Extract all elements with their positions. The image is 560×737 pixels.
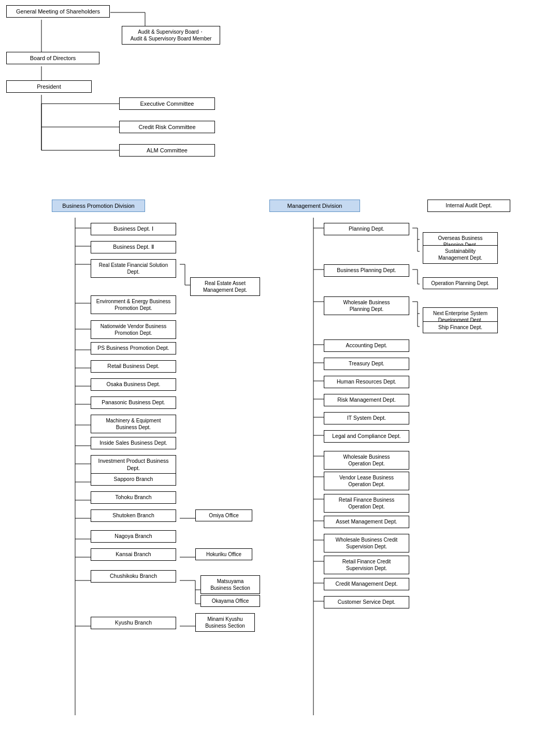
real-estate-dept: Real Estate Financial Solution Dept. — [91, 259, 176, 278]
alm-committee-box: ALM Committee — [119, 144, 215, 157]
ship-finance-dept: Ship Finance Dept. — [423, 321, 498, 333]
vendor-lease-dept: Vendor Lease BusinessOperation Dept. — [324, 472, 409, 490]
wholesale-operation-dept: Wholesale BusinessOperation Dept. — [324, 451, 409, 470]
kyushu-label: Kyushu Branch — [115, 619, 152, 626]
shutoken-label: Shutoken Branch — [112, 512, 154, 518]
inside-sales-dept: Inside Sales Business Dept. — [91, 437, 176, 449]
real-estate-asset-label: Real Estate AssetManagement Dept. — [203, 280, 247, 293]
bod-box: Board of Directors — [6, 52, 99, 64]
business-division-label: Business Promotion Division — [62, 203, 134, 209]
nationwide-vendor-dept: Nationwide Vendor BusinessPromotion Dept… — [91, 320, 176, 339]
osaka-business-dept: Osaka Business Dept. — [91, 378, 176, 391]
president-box: President — [6, 80, 92, 93]
credit-mgmt-dept: Credit Management Dept. — [324, 578, 409, 590]
retail-business-label: Retail Business Dept. — [107, 363, 159, 369]
chushikoku-branch: Chushikoku Branch — [91, 570, 176, 583]
panasonic-label: Panasonic Business Dept. — [102, 399, 165, 405]
omiya-label: Omiya Office — [209, 513, 239, 518]
hokuriku-label: Hokuriku Office — [206, 551, 241, 557]
customer-service-dept: Customer Service Dept. — [324, 596, 409, 608]
hokuriku-office: Hokuriku Office — [195, 548, 252, 560]
wholesale-planning-label: Wholesale BusinessPlanning Dept. — [343, 300, 390, 312]
environment-energy-dept: Environment & Energy BusinessPromotion D… — [91, 295, 176, 314]
business-dept-2: Business Dept. Ⅱ — [91, 241, 176, 253]
shareholders-label: General Meeting of Shareholders — [16, 8, 100, 15]
minami-kyushu-label: Minami KyushuBusiness Section — [205, 616, 245, 629]
retail-credit-dept: Retail Finance CreditSupervision Dept. — [324, 556, 409, 574]
shutoken-branch: Shutoken Branch — [91, 509, 176, 522]
investment-product-label: Investment Product Business Dept. — [98, 458, 169, 471]
internal-audit-label: Internal Audit Dept. — [446, 202, 492, 208]
audit-box: Audit & Supervisory Board・Audit & Superv… — [122, 26, 220, 45]
chushikoku-label: Chushikoku Branch — [110, 573, 157, 579]
biz-planning-label: Business Planning Dept. — [337, 267, 396, 273]
wholesale-credit-label: Wholesale Business CreditSupervision Dep… — [336, 537, 398, 549]
tohoku-label: Tohoku Branch — [115, 494, 151, 500]
bod-label: Board of Directors — [30, 55, 76, 61]
real-estate-asset-dept: Real Estate AssetManagement Dept. — [190, 277, 260, 296]
planning-label: Planning Dept. — [349, 225, 384, 232]
credit-mgmt-label: Credit Management Dept. — [335, 580, 397, 587]
sapporo-branch: Sapporo Branch — [91, 473, 176, 486]
shareholders-box: General Meeting of Shareholders — [6, 5, 110, 18]
machinery-dept: Machinery & EquipmentBusiness Dept. — [91, 415, 176, 433]
ps-business-label: PS Business Promotion Dept. — [97, 345, 169, 351]
planning-dept: Planning Dept. — [324, 223, 409, 235]
nationwide-vendor-label: Nationwide Vendor BusinessPromotion Dept… — [100, 323, 166, 336]
management-division-box: Management Division — [269, 200, 360, 212]
wholesale-operation-label: Wholesale BusinessOperation Dept. — [343, 454, 390, 466]
risk-mgmt-dept: Risk Management Dept. — [324, 394, 409, 406]
risk-mgmt-label: Risk Management Dept. — [337, 396, 396, 403]
minami-kyushu-section: Minami KyushuBusiness Section — [195, 613, 255, 632]
omiya-office: Omiya Office — [195, 509, 252, 521]
credit-risk-committee-box: Credit Risk Committee — [119, 121, 215, 133]
wholesale-credit-dept: Wholesale Business CreditSupervision Dep… — [324, 534, 409, 552]
hr-label: Human Resources Dept. — [337, 378, 396, 385]
sustainability-label: SustainabilityManagement Dept. — [438, 248, 482, 261]
asset-mgmt-dept: Asset Management Dept. — [324, 516, 409, 528]
kansai-label: Kansai Branch — [116, 551, 151, 557]
nagoya-label: Nagoya Branch — [114, 533, 152, 539]
tohoku-branch: Tohoku Branch — [91, 491, 176, 504]
executive-committee-box: Executive Committee — [119, 97, 215, 110]
ship-finance-label: Ship Finance Dept. — [438, 324, 482, 330]
panasonic-dept: Panasonic Business Dept. — [91, 396, 176, 409]
executive-committee-label: Executive Committee — [140, 101, 194, 107]
machinery-label: Machinery & EquipmentBusiness Dept. — [106, 418, 161, 430]
matsuyama-label: MatsuyamaBusiness Section — [210, 578, 250, 591]
customer-service-label: Customer Service Dept. — [338, 599, 395, 605]
vendor-lease-label: Vendor Lease BusinessOperation Dept. — [339, 475, 394, 487]
okayama-office: Okayama Office — [200, 595, 260, 607]
kansai-branch: Kansai Branch — [91, 548, 176, 561]
it-system-dept: IT System Dept. — [324, 412, 409, 424]
operation-planning-label: Operation Planning Dept. — [431, 280, 489, 286]
legal-compliance-dept: Legal and Compliance Dept. — [324, 430, 409, 443]
sapporo-label: Sapporo Branch — [114, 476, 153, 482]
real-estate-dept-label: Real Estate Financial Solution Dept. — [99, 262, 168, 275]
business-dept-2-label: Business Dept. Ⅱ — [113, 244, 154, 250]
audit-label: Audit & Supervisory Board・Audit & Superv… — [131, 29, 212, 41]
matsuyama-section: MatsuyamaBusiness Section — [200, 575, 260, 594]
operation-planning-dept: Operation Planning Dept. — [423, 277, 498, 289]
org-chart: General Meeting of Shareholders Audit & … — [0, 0, 560, 737]
sustainability-dept: SustainabilityManagement Dept. — [423, 245, 498, 264]
legal-compliance-label: Legal and Compliance Dept. — [332, 433, 401, 439]
treasury-dept: Treasury Dept. — [324, 358, 409, 370]
retail-finance-operation-label: Retail Finance BusinessOperation Dept. — [339, 497, 394, 509]
wholesale-planning-dept: Wholesale BusinessPlanning Dept. — [324, 296, 409, 315]
business-dept-1: Business Dept. Ⅰ — [91, 223, 176, 235]
business-division-box: Business Promotion Division — [52, 200, 145, 212]
environment-energy-label: Environment & Energy BusinessPromotion D… — [96, 299, 170, 311]
accounting-label: Accounting Dept. — [346, 342, 387, 348]
okayama-label: Okayama Office — [212, 598, 249, 604]
alm-committee-label: ALM Committee — [147, 147, 188, 153]
credit-risk-committee-label: Credit Risk Committee — [138, 124, 195, 130]
retail-business-dept: Retail Business Dept. — [91, 360, 176, 373]
investment-product-dept: Investment Product Business Dept. — [91, 455, 176, 474]
biz-planning-dept: Business Planning Dept. — [324, 264, 409, 277]
management-division-label: Management Division — [288, 203, 342, 209]
retail-finance-operation-dept: Retail Finance BusinessOperation Dept. — [324, 494, 409, 513]
business-dept-1-label: Business Dept. Ⅰ — [113, 225, 153, 232]
accounting-dept: Accounting Dept. — [324, 339, 409, 352]
retail-credit-label: Retail Finance CreditSupervision Dept. — [342, 559, 391, 571]
